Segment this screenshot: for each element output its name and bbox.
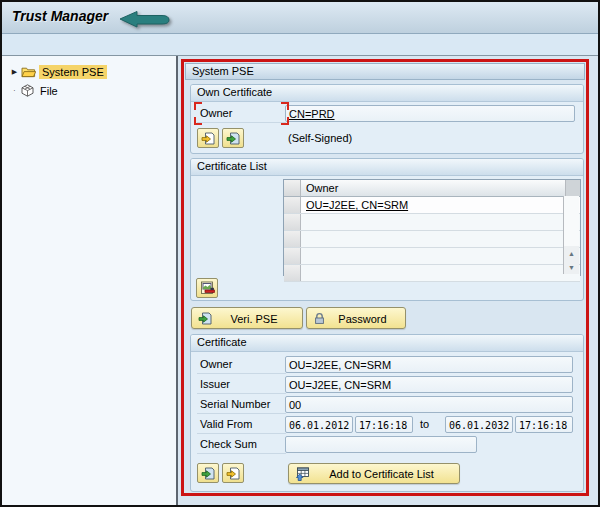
- scrollbar-top-cell: [565, 180, 580, 196]
- lock-icon: [313, 312, 326, 325]
- table-scrollbar[interactable]: ▲ ▼: [563, 196, 579, 274]
- page-title: Trust Manager: [12, 8, 108, 24]
- checksum-label: Check Sum: [197, 436, 286, 454]
- owner-value-field[interactable]: CN=PRD: [285, 105, 575, 122]
- valid-to-word: to: [417, 416, 442, 433]
- annotation-corner: [281, 102, 289, 110]
- sidebar-item-system-pse[interactable]: ▶ System PSE: [2, 62, 176, 81]
- export-certificate-button[interactable]: [222, 463, 244, 483]
- add-to-certificate-list-button[interactable]: Add to Certificate List: [288, 463, 460, 484]
- table-row[interactable]: [284, 214, 580, 231]
- panel-title: System PSE: [185, 63, 585, 80]
- bullet-icon: ·: [9, 87, 20, 94]
- valid-from-label: Valid From: [197, 416, 286, 434]
- checksum-field: [285, 436, 477, 453]
- document-import-green-icon: [201, 467, 215, 480]
- valid-from-date-field: 06.01.2012: [285, 416, 353, 433]
- import-certificate-button[interactable]: [197, 463, 219, 483]
- annotation-corner: [194, 117, 202, 125]
- cert-serial-field: 00: [285, 396, 573, 413]
- trust-manager-window: Trust Manager ▶ System PSE ·: [0, 0, 600, 507]
- sidebar-item-file[interactable]: · File: [2, 81, 176, 100]
- document-export-yellow-icon: [226, 467, 240, 480]
- cert-issuer-field: OU=J2EE, CN=SRM: [285, 376, 573, 393]
- annotation-arrow-left-icon: [118, 9, 172, 29]
- table-row[interactable]: [284, 248, 580, 265]
- main-panel: System PSE Own Certificate Owner CN=PRD: [180, 56, 598, 505]
- row-selector[interactable]: [284, 231, 301, 247]
- export-certificate-list-button[interactable]: [196, 278, 218, 298]
- password-button[interactable]: Password: [306, 307, 406, 329]
- cert-owner-label: Owner: [197, 356, 286, 374]
- own-certificate-group: Own Certificate Owner CN=PRD: [190, 84, 584, 154]
- document-import-green-icon: [226, 132, 240, 145]
- own-certificate-header: Own Certificate: [191, 85, 583, 102]
- annotation-corner: [194, 102, 202, 110]
- certificate-list-header: Certificate List: [191, 159, 583, 176]
- row-selector[interactable]: [284, 197, 301, 213]
- table-row[interactable]: OU=J2EE, CN=SRM: [284, 197, 580, 214]
- cert-issuer-label: Issuer: [197, 376, 286, 394]
- verify-pse-icon: [198, 312, 212, 325]
- table-header-row: Owner: [284, 180, 580, 197]
- certificate-list-table: Owner OU=J2EE, CN=SRM: [283, 179, 581, 276]
- certificate-header: Certificate: [191, 335, 583, 352]
- valid-to-date-field: 06.01.2032: [445, 416, 513, 433]
- toolbar-strip: [2, 34, 598, 56]
- title-bar: Trust Manager: [2, 2, 598, 34]
- select-all-cell[interactable]: [284, 180, 301, 196]
- table-row[interactable]: [284, 231, 580, 248]
- veri-pse-button[interactable]: Veri. PSE: [191, 307, 303, 329]
- folder-icon: [21, 66, 36, 78]
- cert-serial-label: Serial Number: [197, 396, 286, 414]
- pse-tree-panel: ▶ System PSE · File: [2, 56, 178, 505]
- scroll-up-icon[interactable]: ▲: [564, 246, 579, 260]
- annotation-corner: [281, 117, 289, 125]
- pse-box-icon: [21, 84, 34, 97]
- row-selector[interactable]: [284, 214, 301, 230]
- export-own-certificate-button[interactable]: [197, 128, 219, 148]
- certificate-list-group: Certificate List Owner OU=J2EE, CN=SRM: [190, 158, 584, 301]
- import-own-certificate-button[interactable]: [222, 128, 244, 148]
- scroll-down-icon[interactable]: ▼: [564, 260, 579, 274]
- sidebar-item-label[interactable]: File: [37, 84, 61, 98]
- self-signed-note: (Self-Signed): [285, 130, 352, 147]
- add-to-list-icon: [295, 467, 310, 481]
- cert-owner-field: OU=J2EE, CN=SRM: [285, 356, 573, 373]
- column-header-owner[interactable]: Owner: [301, 180, 565, 196]
- table-row[interactable]: [284, 265, 580, 282]
- expander-icon[interactable]: ▶: [9, 68, 20, 76]
- valid-from-time-field: 17:16:18: [355, 416, 413, 433]
- valid-to-time-field: 17:16:18: [515, 416, 573, 433]
- certificate-group: Certificate Owner OU=J2EE, CN=SRM Issuer…: [190, 334, 584, 492]
- owner-label: Owner: [197, 105, 286, 123]
- row-selector[interactable]: [284, 265, 301, 281]
- row-selector[interactable]: [284, 248, 301, 264]
- export-to-file-icon: [200, 281, 215, 295]
- document-export-yellow-icon: [201, 132, 215, 145]
- sidebar-item-label[interactable]: System PSE: [39, 65, 107, 79]
